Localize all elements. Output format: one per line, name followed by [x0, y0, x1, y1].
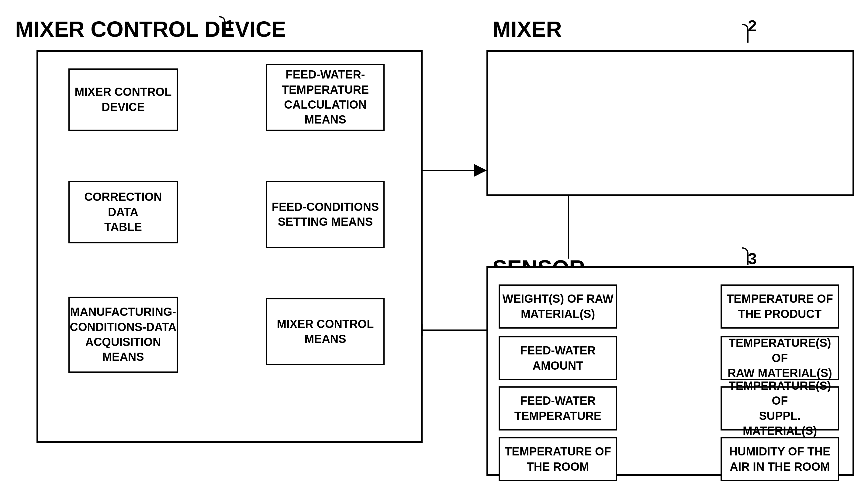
box-feed-water-amount: FEED-WATERAMOUNT	[499, 336, 617, 380]
box-feed-conditions-setting: FEED-CONDITIONSSETTING MEANS	[266, 181, 384, 248]
diagram-container: MIXER CONTROL DEVICE MIXER SENSOR 1 2 3 …	[0, 0, 868, 488]
box-feed-water-temp-calc: FEED-WATER-TEMPERATURECALCULATION MEANS	[266, 64, 384, 131]
outer-box-mixer	[487, 50, 854, 196]
title-mixer: MIXER	[493, 17, 562, 42]
box-humidity-of-air: HUMIDITY OF THEAIR IN THE ROOM	[720, 437, 839, 481]
box-temperature-of-product: TEMPERATURE OFTHE PRODUCT	[720, 284, 839, 328]
box-weights-raw-materials: WEIGHT(S) OF RAWMATERIAL(S)	[499, 284, 617, 328]
ref-3: 3	[748, 250, 757, 268]
box-mixer-control-means: MIXER CONTROLMEANS	[266, 298, 384, 365]
svg-marker-8	[474, 164, 487, 176]
box-mixer-control-device: MIXER CONTROLDEVICE	[68, 68, 178, 131]
box-correction-data-table: CORRECTION DATATABLE	[68, 181, 178, 243]
ref-1: 1	[225, 17, 234, 35]
box-temperatures-suppl-materials: TEMPERATURE(S) OFSUPPL. MATERIAL(S)	[720, 386, 839, 430]
box-feed-water-temperature: FEED-WATERTEMPERATURE	[499, 386, 617, 430]
title-mixer-control-device: MIXER CONTROL DEVICE	[15, 17, 286, 42]
ref-2: 2	[748, 17, 757, 35]
box-temperatures-raw-materials: TEMPERATURE(S) OFRAW MATERIAL(S)	[720, 336, 839, 380]
box-manufacturing-conditions: MANUFACTURING-CONDITIONS-DATAACQUISITION…	[68, 297, 178, 373]
box-temperature-of-room: TEMPERATURE OFTHE ROOM	[499, 437, 617, 481]
